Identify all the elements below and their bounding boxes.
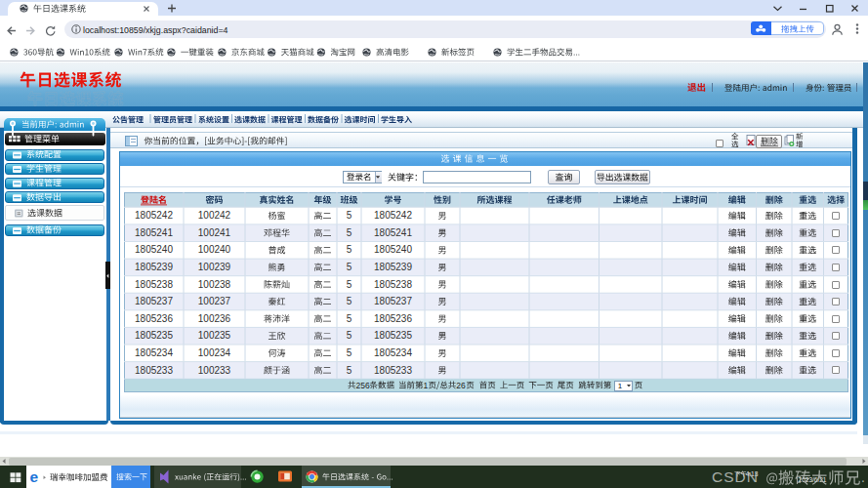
svg-text:100237: 100237	[198, 296, 231, 306]
svg-text:1805235: 1805235	[135, 330, 173, 341]
svg-text:100238: 100238	[198, 279, 231, 290]
svg-text:100233: 100233	[198, 365, 231, 376]
svg-text:.: .	[861, 469, 865, 485]
svg-text:1805242: 1805242	[135, 210, 173, 221]
svg-text:CSDN: CSDN	[712, 468, 759, 485]
svg-text:100235: 100235	[198, 330, 231, 341]
svg-text:1: 1	[424, 381, 429, 390]
svg-text:1805238: 1805238	[374, 279, 412, 290]
svg-text:1805237: 1805237	[135, 296, 173, 306]
svg-text:1805233: 1805233	[374, 365, 412, 376]
svg-text:1805234: 1805234	[374, 347, 412, 358]
svg-text:1805241: 1805241	[374, 227, 412, 238]
svg-text:5: 5	[347, 210, 352, 221]
svg-text:5: 5	[347, 313, 352, 324]
svg-text:1805235: 1805235	[374, 330, 412, 341]
svg-text:100234: 100234	[198, 347, 231, 358]
svg-text:100240: 100240	[198, 244, 231, 255]
svg-text:localhost:10859/xkjg.aspx?caid: localhost:10859/xkjg.aspx?caidanid=4	[83, 25, 228, 35]
svg-text:5: 5	[347, 296, 352, 306]
svg-text:1805237: 1805237	[374, 296, 412, 306]
svg-text:100239: 100239	[198, 262, 231, 272]
svg-text:1805233: 1805233	[135, 365, 173, 376]
svg-text:26: 26	[456, 381, 466, 390]
svg-text:100242: 100242	[198, 210, 231, 221]
svg-text:1805241: 1805241	[135, 227, 173, 238]
svg-text:1805234: 1805234	[135, 347, 173, 358]
svg-text:5: 5	[347, 365, 352, 376]
svg-text:1805240: 1805240	[135, 244, 173, 255]
svg-text:1: 1	[618, 382, 623, 390]
svg-text:5: 5	[347, 244, 352, 255]
svg-text:5: 5	[347, 347, 352, 358]
svg-text:1805240: 1805240	[374, 244, 412, 255]
svg-text:1805236: 1805236	[135, 313, 173, 324]
svg-text:1805238: 1805238	[135, 279, 173, 290]
svg-text:e: e	[30, 468, 39, 485]
svg-text:.: .	[754, 468, 758, 485]
svg-text:1805239: 1805239	[135, 262, 173, 272]
svg-text:256: 256	[356, 381, 370, 390]
svg-text:5: 5	[347, 262, 352, 272]
svg-text:100236: 100236	[198, 313, 231, 324]
svg-text:100241: 100241	[198, 227, 231, 238]
svg-text:5: 5	[347, 227, 352, 238]
svg-text:5: 5	[347, 279, 352, 290]
svg-text:5: 5	[347, 330, 352, 341]
svg-text:1805236: 1805236	[374, 313, 412, 324]
svg-text:1805239: 1805239	[374, 262, 412, 272]
svg-text:1805242: 1805242	[374, 210, 412, 221]
